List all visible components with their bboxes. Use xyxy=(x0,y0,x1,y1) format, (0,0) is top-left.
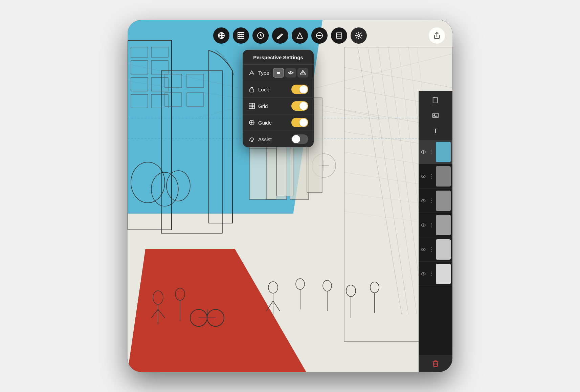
svg-rect-115 xyxy=(250,89,254,92)
layer-item[interactable] xyxy=(419,164,452,189)
svg-point-55 xyxy=(296,279,305,289)
type-row: Type xyxy=(243,65,314,81)
svg-rect-127 xyxy=(433,97,438,103)
layer-visibility-toggle[interactable] xyxy=(419,248,428,251)
layer-options-button[interactable] xyxy=(428,174,434,179)
svg-point-134 xyxy=(423,176,424,177)
svg-point-140 xyxy=(423,249,424,250)
layer-visibility-toggle[interactable] xyxy=(419,272,428,276)
new-layer-button[interactable] xyxy=(427,92,444,107)
layer-visibility-toggle[interactable] xyxy=(419,150,428,154)
svg-point-34 xyxy=(312,154,336,177)
layer-thumbnail xyxy=(436,264,451,284)
perspective-settings-popup: Perspective Settings Type xyxy=(243,50,314,147)
layer-visibility-toggle[interactable] xyxy=(419,175,428,178)
layer-item[interactable] xyxy=(419,237,452,262)
type-label: Type xyxy=(258,70,273,76)
share-button[interactable] xyxy=(429,27,445,44)
guide-icon xyxy=(248,119,255,126)
layer-item[interactable] xyxy=(419,213,452,237)
grid-toggle[interactable] xyxy=(291,101,308,111)
svg-marker-90 xyxy=(297,33,303,38)
layer-item[interactable] xyxy=(419,189,452,213)
grid-label: Grid xyxy=(258,103,291,109)
svg-rect-94 xyxy=(336,33,342,38)
svg-rect-116 xyxy=(249,103,254,109)
type-icon xyxy=(248,69,255,77)
layer-options-button[interactable] xyxy=(428,198,434,203)
layer-visibility-toggle[interactable] xyxy=(419,199,428,202)
svg-point-61 xyxy=(370,282,379,293)
layer-thumbnail xyxy=(436,215,451,235)
erase-tool-button[interactable] xyxy=(311,27,328,44)
svg-line-88 xyxy=(261,36,262,36)
svg-point-138 xyxy=(423,224,424,226)
type-selector xyxy=(273,68,308,78)
guide-label: Guide xyxy=(258,120,291,126)
red-walkway xyxy=(128,249,306,372)
layer-thumbnail xyxy=(436,166,451,187)
layer-options-button[interactable] xyxy=(428,271,434,276)
delete-layer-button[interactable] xyxy=(419,355,452,372)
device-frame: Perspective Settings Type xyxy=(128,20,452,372)
svg-point-124 xyxy=(251,122,252,123)
lock-row: Lock xyxy=(243,81,314,98)
svg-line-12 xyxy=(344,67,452,88)
one-point-btn[interactable] xyxy=(273,68,284,78)
svg-point-59 xyxy=(346,285,356,297)
popup-title: Perspective Settings xyxy=(243,50,314,65)
layer-item[interactable] xyxy=(419,140,452,164)
svg-point-142 xyxy=(423,273,424,275)
layer-visibility-toggle[interactable] xyxy=(419,223,428,227)
add-photo-button[interactable] xyxy=(427,108,444,123)
assist-label: Assist xyxy=(258,136,291,142)
grid-row: Grid xyxy=(243,98,314,114)
svg-line-5 xyxy=(358,47,402,314)
animation-tool-button[interactable] xyxy=(252,27,269,44)
layer-options-button[interactable] xyxy=(428,150,434,154)
svg-line-54 xyxy=(273,301,280,311)
guide-toggle[interactable] xyxy=(291,118,308,127)
layer-item[interactable] xyxy=(419,262,452,286)
toolbar xyxy=(128,27,452,44)
svg-rect-93 xyxy=(336,33,342,38)
svg-point-107 xyxy=(293,72,294,73)
assist-icon xyxy=(248,135,255,143)
svg-rect-81 xyxy=(238,32,244,39)
svg-point-51 xyxy=(268,282,278,293)
three-point-btn[interactable] xyxy=(297,68,308,78)
assist-row: Assist xyxy=(243,131,314,147)
svg-point-97 xyxy=(358,35,360,37)
svg-point-136 xyxy=(423,200,424,201)
hatching-tool-button[interactable] xyxy=(233,27,249,44)
layer-tools: T xyxy=(419,91,452,140)
layer-options-button[interactable] xyxy=(428,223,434,227)
add-text-button[interactable]: T xyxy=(427,124,444,138)
lock-toggle[interactable] xyxy=(291,85,308,94)
settings-tool-button[interactable] xyxy=(351,27,367,44)
svg-line-7 xyxy=(378,47,417,314)
layers-panel: T xyxy=(419,91,452,372)
lock-label: Lock xyxy=(258,87,291,92)
layer-thumbnail xyxy=(436,191,451,211)
svg-point-132 xyxy=(423,151,424,153)
two-point-btn[interactable] xyxy=(285,68,296,78)
grid-icon xyxy=(248,102,255,110)
pencil-tool-button[interactable] xyxy=(272,27,288,44)
shape-tool-button[interactable] xyxy=(292,27,308,44)
guide-row: Guide xyxy=(243,114,314,131)
svg-point-57 xyxy=(323,280,332,291)
layer-thumbnail xyxy=(436,142,451,162)
assist-toggle[interactable] xyxy=(291,134,308,144)
svg-rect-100 xyxy=(277,72,280,74)
svg-line-6 xyxy=(368,47,408,314)
layers-list xyxy=(419,140,452,355)
layer-thumbnail xyxy=(436,239,451,260)
svg-point-106 xyxy=(288,72,289,73)
canvas-area: Perspective Settings Type xyxy=(128,20,452,372)
layer-options-button[interactable] xyxy=(428,247,434,252)
lock-icon xyxy=(248,86,255,93)
layers-tool-button[interactable] xyxy=(331,27,347,44)
perspective-tool-button[interactable] xyxy=(213,27,229,44)
